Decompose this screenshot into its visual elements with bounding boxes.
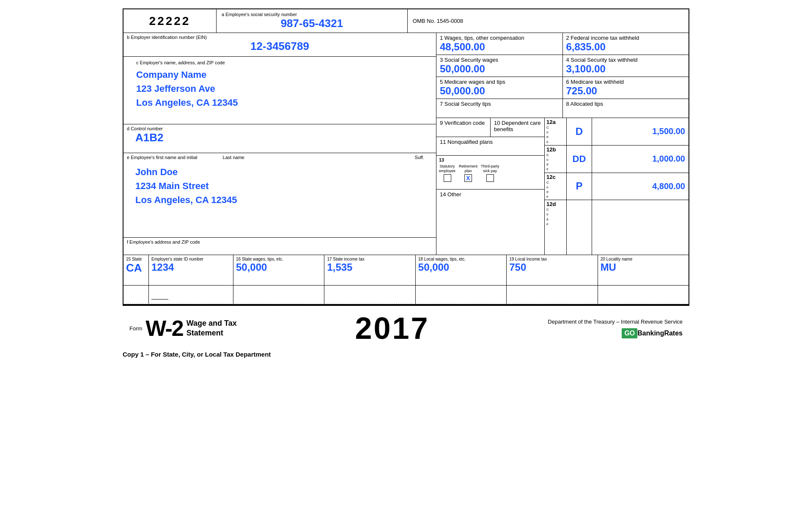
ssn-label: a Employee's social security number	[222, 12, 402, 17]
footer-wage: Wage and Tax	[187, 319, 237, 328]
box1-value: 48,500.00	[440, 41, 559, 53]
box15-id: Employer's state ID number 1234	[149, 255, 233, 285]
box12c-code-label: Code	[546, 180, 565, 199]
go-label: GO	[622, 328, 637, 338]
w2-form-wrapper: 22222 a Employee's social security numbe…	[123, 8, 689, 361]
box20-label: 20 Locality name	[601, 257, 686, 261]
box15-id-label: Employer's state ID number	[151, 257, 230, 261]
box12c-label-area: 12c Code	[545, 173, 567, 200]
box15-state: 15 State CA	[123, 255, 149, 285]
row-9-10: 9 Verification code 10 Dependent care be…	[436, 118, 544, 137]
box-12b-row: 12b Code DD 1,000.00	[545, 146, 689, 173]
box12a-label-area: 12a Code	[545, 118, 567, 145]
box-b: b Employer identification number (EIN) 1…	[123, 33, 436, 57]
form-number: 22222	[149, 14, 191, 28]
omb-number: OMB No. 1545-0008	[413, 18, 463, 24]
box-6: 6 Medicare tax withheld 725.00	[563, 77, 689, 99]
box4-label: 4 Social Security tax withheld	[566, 57, 686, 63]
box-14: 14 Other	[436, 190, 544, 255]
box12a-amount: 1,500.00	[652, 126, 685, 136]
box-7: 7 Social Security tips	[436, 99, 563, 118]
row-1-2: 1 Wages, tips, other compensation 48,500…	[436, 33, 689, 55]
third-party: Third-partysick pay	[481, 164, 499, 182]
box4-value: 3,100.00	[566, 63, 686, 75]
box19-label: 19 Local income tax	[509, 257, 595, 261]
suff-label: Suff.	[415, 155, 433, 160]
box12b-code: DD	[573, 154, 586, 165]
box6-value: 725.00	[566, 85, 686, 97]
box10-label: 10 Dependent care benefits	[494, 120, 541, 132]
ein-label: b Employer identification number (EIN)	[127, 35, 433, 40]
employee-last-label: Last name	[223, 155, 244, 160]
footer-left: Form W-2 Wage and Tax Statement	[129, 316, 237, 341]
box-5: 5 Medicare wages and tips 50,000.00	[436, 77, 563, 99]
gobankingrates-logo: GO BankingRates	[548, 328, 683, 338]
state-id-value: 1234	[151, 261, 230, 273]
box17-value: 1,535	[327, 261, 412, 273]
box12d-code-area	[567, 200, 592, 255]
box12a-code: D	[576, 126, 583, 137]
state-row2-cell1	[123, 286, 149, 304]
box2-value: 6,835.00	[566, 41, 686, 53]
box7-label: 7 Social Security tips	[440, 101, 559, 107]
box17: 17 State income tax 1,535	[324, 255, 415, 285]
box-9: 9 Verification code	[436, 118, 491, 137]
box14-label: 14 Other	[440, 191, 541, 198]
box-d: d Control number A1B2	[123, 124, 436, 153]
box1-label: 1 Wages, tips, other compensation	[440, 35, 559, 41]
state-row2-cell3	[233, 286, 324, 304]
employer-info: Company Name 123 Jefferson Ave Los Angel…	[136, 68, 429, 110]
row-3-4: 3 Social Security wages 50,000.00 4 Soci…	[436, 55, 689, 77]
box-4: 4 Social Security tax withheld 3,100.00	[563, 55, 689, 77]
stat-checkbox	[444, 174, 451, 182]
control-label: d Control number	[127, 126, 433, 131]
box2-label: 2 Federal income tax withheld	[566, 35, 686, 41]
control-value: A1B2	[127, 131, 433, 144]
box8-label: 8 Allocated tips	[566, 101, 686, 107]
tp-label: Third-partysick pay	[481, 164, 499, 173]
box12b-label: 12b	[546, 146, 565, 153]
box12c-amount-area: 4,800.00	[592, 173, 689, 200]
box20: 20 Locality name MU	[598, 255, 689, 285]
box5-value: 50,000.00	[440, 85, 559, 97]
box3-value: 50,000.00	[440, 63, 559, 75]
form-footer: Form W-2 Wage and Tax Statement 2017 Dep…	[123, 305, 689, 349]
box-c: c Employer's name, address, and ZIP code…	[123, 57, 436, 124]
state-row-2	[123, 286, 689, 304]
box18: 18 Local wages, tips, etc. 50,000	[416, 255, 507, 285]
tp-checkbox	[486, 174, 494, 182]
state-row2-cell6	[507, 286, 598, 304]
box12d-code-label: Code	[546, 207, 565, 226]
ret-plan: Retirementplan X	[459, 164, 477, 182]
state-row2-cell4	[324, 286, 415, 304]
box20-value: MU	[601, 261, 686, 273]
footer-copy: Copy 1 – For State, City, or Local Tax D…	[123, 351, 271, 358]
top-row: 22222 a Employee's social security numbe…	[123, 9, 689, 33]
state-row2-cell7	[598, 286, 689, 304]
employee-name: John Doe	[135, 165, 433, 179]
box19: 19 Local income tax 750	[507, 255, 598, 285]
employee-header: e Employee's first name and initial Last…	[127, 155, 433, 160]
box-12d-row: 12d Code	[545, 200, 689, 255]
left-section: b Employer identification number (EIN) 1…	[123, 33, 436, 255]
form-number-box: 22222	[123, 9, 217, 33]
box19-value: 750	[509, 261, 595, 273]
box15-label: 15 State	[126, 257, 146, 261]
stat-employee: Statutoryemployee	[439, 164, 455, 182]
footer-form-label: Form	[129, 325, 142, 332]
box-3: 3 Social Security wages 50,000.00	[436, 55, 563, 77]
box12b-amount: 1,000.00	[652, 154, 685, 164]
box16-label: 16 State wages, tips, etc.	[236, 257, 321, 261]
ret-checkbox: X	[464, 174, 472, 182]
box12b-label-area: 12b Code	[545, 146, 567, 173]
box12d-amount-area	[592, 200, 689, 255]
employee-addr-label: f Employee's address and ZIP code	[127, 239, 433, 245]
box12c-label: 12c	[546, 174, 565, 180]
w2-form: 22222 a Employee's social security numbe…	[123, 8, 689, 305]
box-10: 10 Dependent care benefits	[491, 118, 544, 137]
box-1: 1 Wages, tips, other compensation 48,500…	[436, 33, 563, 55]
row-5-6: 5 Medicare wages and tips 50,000.00 6 Me…	[436, 77, 689, 99]
state-row2-cell2	[149, 286, 233, 304]
box12c-code-area: P	[567, 173, 592, 200]
box3-label: 3 Social Security wages	[440, 57, 559, 63]
